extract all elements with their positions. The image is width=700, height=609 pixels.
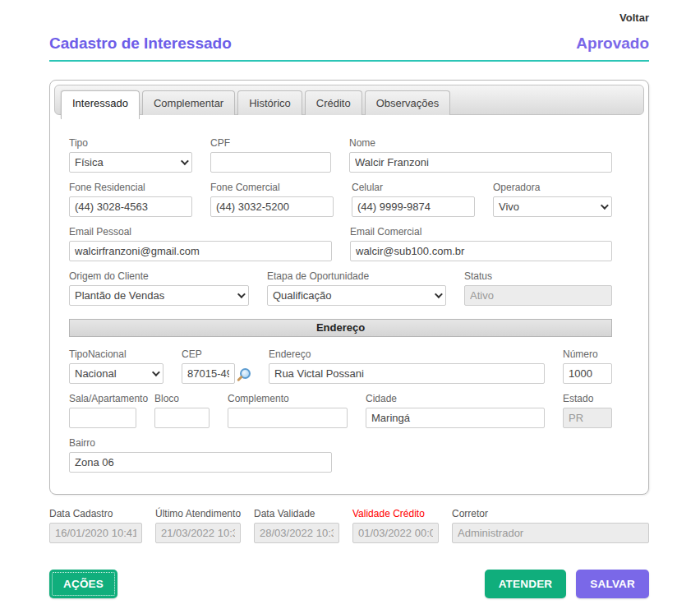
- etapa-oportunidade-label: Etapa de Oportunidade: [267, 270, 446, 282]
- page-title: Cadastro de Interessado: [49, 35, 232, 53]
- nome-label: Nome: [349, 137, 612, 149]
- field-tipo-nacional: TipoNacional Nacional: [69, 348, 163, 384]
- numero-label: Número: [563, 348, 612, 360]
- bloco-label: Bloco: [154, 393, 210, 404]
- nome-input[interactable]: [349, 152, 612, 173]
- field-etapa-oportunidade: Etapa de Oportunidade Qualificação: [267, 270, 446, 306]
- field-sala-apartamento: Sala/Apartamento: [69, 393, 136, 428]
- celular-input[interactable]: [352, 196, 475, 217]
- cep-search-magnifier-icon[interactable]: [240, 368, 251, 379]
- chevron-down-icon: [601, 201, 609, 210]
- chevron-down-icon: [181, 157, 189, 165]
- tipo-select[interactable]: Física: [69, 152, 192, 173]
- chevron-down-icon: [152, 368, 160, 376]
- status-input: [464, 285, 612, 306]
- field-complemento: Complemento: [228, 393, 348, 428]
- acoes-button[interactable]: AÇÕES: [49, 570, 117, 598]
- operadora-select[interactable]: Vivo: [493, 196, 612, 217]
- fone-residencial-input[interactable]: [69, 196, 192, 217]
- tipo-label: Tipo: [69, 137, 192, 149]
- corretor-label: Corretor: [452, 508, 649, 519]
- actions-row: AÇÕES ATENDER SALVAR: [49, 570, 649, 598]
- data-cadastro-label: Data Cadastro: [49, 508, 142, 519]
- cpf-label: CPF: [210, 137, 331, 149]
- sala-apartamento-label: Sala/Apartamento: [69, 393, 136, 404]
- field-fone-comercial: Fone Comercial: [210, 182, 334, 217]
- tab-credito[interactable]: Crédito: [305, 90, 362, 115]
- field-fone-residencial: Fone Residencial: [69, 182, 192, 217]
- back-link[interactable]: Voltar: [619, 12, 649, 24]
- tabstrip: Interessado Complementar Histórico Crédi…: [54, 85, 644, 115]
- field-operadora: Operadora Vivo: [493, 182, 612, 217]
- cadastro-panel: Interessado Complementar Histórico Crédi…: [49, 80, 649, 495]
- data-validade-label: Data Validade: [254, 508, 339, 519]
- estado-label: Estado: [563, 393, 612, 404]
- salvar-button[interactable]: SALVAR: [576, 570, 649, 598]
- operadora-label: Operadora: [493, 182, 612, 193]
- email-comercial-input[interactable]: [350, 241, 612, 261]
- header-divider: [49, 60, 649, 62]
- operadora-select-value: Vivo: [499, 201, 519, 213]
- endereco-section-header: Endereço: [69, 319, 612, 337]
- tipo-select-value: Física: [75, 156, 104, 168]
- status-label: Status: [464, 270, 612, 282]
- chevron-down-icon: [435, 290, 443, 298]
- email-comercial-label: Email Comercial: [350, 226, 612, 238]
- field-bloco: Bloco: [154, 393, 210, 428]
- field-email-comercial: Email Comercial: [350, 226, 612, 261]
- field-cep: CEP: [182, 348, 251, 384]
- field-data-cadastro: Data Cadastro: [49, 508, 142, 543]
- tab-observacoes[interactable]: Observações: [365, 90, 451, 115]
- tab-interessado[interactable]: Interessado: [61, 90, 140, 119]
- cpf-input[interactable]: [210, 152, 331, 173]
- tipo-nacional-select[interactable]: Nacional: [69, 363, 163, 384]
- validade-credito-label: Validade Crédito: [352, 508, 439, 519]
- ultimo-atendimento-input: [155, 523, 241, 543]
- complemento-input[interactable]: [228, 408, 348, 428]
- chevron-down-icon: [237, 290, 246, 298]
- field-tipo: Tipo Física: [69, 137, 192, 173]
- field-cidade: Cidade: [366, 393, 545, 428]
- fone-comercial-input[interactable]: [210, 196, 334, 217]
- field-data-validade: Data Validade: [254, 508, 339, 543]
- endereco-label: Endereço: [269, 348, 545, 360]
- field-validade-credito: Validade Crédito: [352, 508, 439, 543]
- celular-label: Celular: [352, 182, 475, 193]
- bloco-input[interactable]: [154, 408, 210, 428]
- ultimo-atendimento-label: Último Atendimento: [155, 508, 241, 519]
- field-numero: Número: [563, 348, 612, 384]
- field-corretor: Corretor: [452, 508, 649, 543]
- bairro-input[interactable]: [69, 452, 332, 473]
- cep-input[interactable]: [182, 363, 235, 384]
- field-endereco: Endereço: [269, 348, 545, 384]
- field-cpf: CPF: [210, 137, 331, 173]
- field-celular: Celular: [352, 182, 475, 217]
- email-pessoal-input[interactable]: [69, 241, 332, 261]
- data-cadastro-input: [49, 523, 142, 543]
- topbar: Voltar: [49, 10, 649, 28]
- cidade-label: Cidade: [366, 393, 545, 404]
- tipo-nacional-select-value: Nacional: [75, 367, 117, 380]
- email-pessoal-label: Email Pessoal: [69, 226, 332, 238]
- field-email-pessoal: Email Pessoal: [69, 226, 332, 261]
- approval-status-badge: Aprovado: [576, 35, 649, 53]
- header: Cadastro de Interessado Aprovado: [49, 35, 649, 53]
- endereco-input[interactable]: [269, 363, 545, 384]
- cep-label: CEP: [182, 348, 251, 360]
- sala-apartamento-input[interactable]: [69, 408, 136, 428]
- page: Voltar Cadastro de Interessado Aprovado …: [0, 0, 700, 609]
- fone-comercial-label: Fone Comercial: [210, 182, 334, 193]
- tab-historico[interactable]: Histórico: [237, 90, 302, 115]
- field-status: Status: [464, 270, 612, 306]
- etapa-oportunidade-select[interactable]: Qualificação: [267, 285, 446, 306]
- field-ultimo-atendimento: Último Atendimento: [155, 508, 241, 543]
- origem-cliente-select[interactable]: Plantão de Vendas: [69, 285, 249, 306]
- field-nome: Nome: [349, 137, 612, 173]
- cidade-input[interactable]: [366, 408, 545, 428]
- estado-input: [563, 408, 612, 428]
- atender-button[interactable]: ATENDER: [485, 570, 567, 598]
- origem-cliente-select-value: Plantão de Vendas: [75, 289, 164, 302]
- numero-input[interactable]: [563, 363, 612, 384]
- fone-residencial-label: Fone Residencial: [69, 182, 192, 193]
- tab-complementar[interactable]: Complementar: [142, 90, 235, 115]
